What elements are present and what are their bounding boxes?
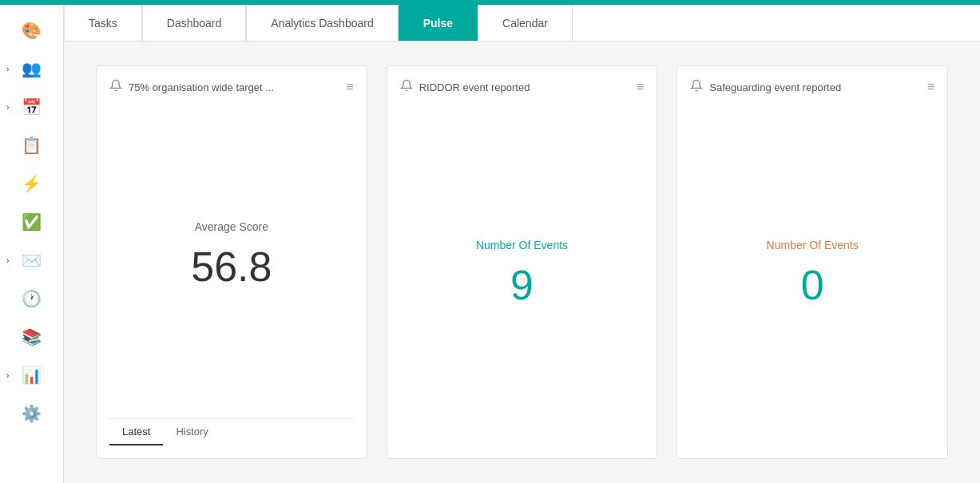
card-menu-icon-2[interactable]: ≡ <box>637 80 644 94</box>
chevron-icon: › <box>6 103 9 112</box>
card-value-2: 9 <box>510 261 534 309</box>
sidebar-item-bolt[interactable]: ⚡ <box>0 166 63 201</box>
alert-bell-icon-2 <box>400 79 413 95</box>
card-footer-tab-history[interactable]: History <box>163 419 220 445</box>
sidebar-item-clock[interactable]: 🕐 <box>0 281 63 316</box>
alert-bell-icon-1 <box>109 79 122 95</box>
teal-top-strip <box>0 0 980 5</box>
chart-icon: 📊 <box>22 366 42 385</box>
checkmark-icon: ✅ <box>22 212 42 232</box>
sidebar: 🎨 › 👥 › 📅 📋 ⚡ ✅ › ✉️ 🕐 📚 › 📊 ⚙️ <box>0 5 64 483</box>
card-header-1: 75% organisation wide target ... ≡ <box>109 79 354 95</box>
tab-tasks[interactable]: Tasks <box>64 5 142 41</box>
card-riddor: RIDDOR event reported ≡ Number Of Events… <box>387 65 658 459</box>
palette-icon: 🎨 <box>22 21 42 40</box>
card-header-2: RIDDOR event reported ≡ <box>400 79 645 95</box>
sidebar-item-checkmark[interactable]: ✅ <box>0 204 63 240</box>
bolt-icon: ⚡ <box>22 174 42 193</box>
clock-icon: 🕐 <box>22 289 42 308</box>
tab-dashboard[interactable]: Dashboard <box>142 5 247 41</box>
tab-analytics-dashboard[interactable]: Analytics Dashboard <box>246 5 398 41</box>
tab-calendar[interactable]: Calendar <box>478 5 573 41</box>
sidebar-item-mail[interactable]: › ✉️ <box>0 243 63 278</box>
sidebar-item-stack[interactable]: 📚 <box>0 319 63 354</box>
card-body-1: Average Score 56.8 <box>109 101 354 409</box>
chevron-icon: › <box>6 371 9 380</box>
card-menu-icon-3[interactable]: ≡ <box>927 80 934 94</box>
chevron-icon: › <box>6 256 9 265</box>
card-menu-icon-1[interactable]: ≡ <box>346 80 353 94</box>
card-footer-tab-latest[interactable]: Latest <box>109 419 163 445</box>
card-body-3: Number Of Events 0 <box>690 101 934 445</box>
alert-bell-icon-3 <box>690 79 703 95</box>
card-title-1: 75% organisation wide target ... <box>129 81 274 93</box>
card-body-2: Number Of Events 9 <box>400 101 645 445</box>
card-average-score: 75% organisation wide target ... ≡ Avera… <box>96 65 367 459</box>
sidebar-item-palette[interactable]: 🎨 <box>0 13 63 48</box>
cards-container: 75% organisation wide target ... ≡ Avera… <box>64 42 980 483</box>
card-header-left-1: 75% organisation wide target ... <box>109 79 274 95</box>
card-label-3: Number Of Events <box>767 239 859 251</box>
card-title-2: RIDDOR event reported <box>419 81 530 93</box>
calendar-icon: 📅 <box>22 97 42 117</box>
settings-icon: ⚙️ <box>22 404 42 423</box>
tab-bar: Tasks Dashboard Analytics Dashboard Puls… <box>64 5 980 42</box>
sidebar-item-chart[interactable]: › 📊 <box>0 358 63 393</box>
card-value-3: 0 <box>801 261 824 309</box>
people-icon: 👥 <box>22 59 42 78</box>
mail-icon: ✉️ <box>22 251 42 270</box>
card-header-left-2: RIDDOR event reported <box>400 79 530 95</box>
sidebar-item-settings[interactable]: ⚙️ <box>0 396 63 431</box>
sidebar-item-calendar[interactable]: › 📅 <box>0 89 63 125</box>
stack-icon: 📚 <box>22 327 42 346</box>
documents-icon: 📋 <box>22 136 42 155</box>
card-label-1: Average Score <box>195 220 268 233</box>
card-header-left-3: Safeguarding event reported <box>690 79 841 95</box>
card-title-3: Safeguarding event reported <box>709 81 841 93</box>
card-label-2: Number Of Events <box>476 239 568 251</box>
card-safeguarding: Safeguarding event reported ≡ Number Of … <box>676 65 948 459</box>
tab-pulse[interactable]: Pulse <box>399 5 478 41</box>
sidebar-item-people[interactable]: › 👥 <box>0 51 63 86</box>
card-header-3: Safeguarding event reported ≡ <box>690 79 934 95</box>
sidebar-item-documents[interactable]: 📋 <box>0 128 63 163</box>
card-value-1: 56.8 <box>191 243 272 291</box>
chevron-icon: › <box>6 65 9 73</box>
card-footer-1: Latest History <box>109 418 354 445</box>
